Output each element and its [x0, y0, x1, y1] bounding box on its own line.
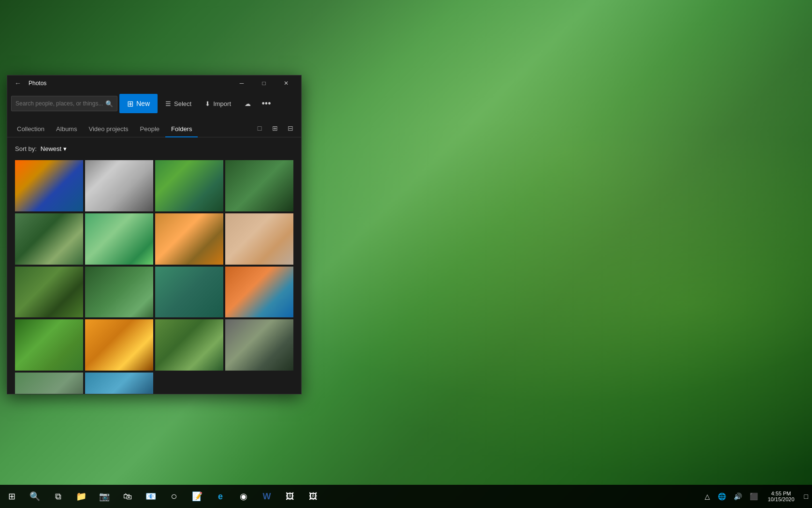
photo-item[interactable]: [15, 267, 83, 318]
tab-video-projects[interactable]: Video projects: [83, 121, 134, 137]
photos-taskbar-icon: 🖼: [286, 492, 294, 502]
view-single-icon: □: [258, 124, 261, 132]
photos-taskbar-button[interactable]: 🖼: [278, 485, 302, 508]
onedrive-button[interactable]: ☁: [239, 95, 257, 112]
action-center-icon[interactable]: □: [800, 485, 812, 508]
view-grid-button[interactable]: ⊞: [268, 121, 282, 135]
minimize-button[interactable]: ─: [231, 75, 253, 91]
view-options: □ ⊞ ⊟: [253, 121, 297, 137]
task-view-button[interactable]: ⧉: [46, 485, 70, 508]
sort-dropdown[interactable]: Newest ▾: [41, 145, 67, 152]
task-view-icon: ⧉: [55, 492, 61, 502]
tab-albums-label: Albums: [56, 125, 77, 133]
nav-tabs: Collection Albums Video projects People …: [7, 116, 301, 137]
word-button[interactable]: W: [255, 485, 278, 508]
photo-item[interactable]: [85, 373, 153, 394]
view-single-button[interactable]: □: [253, 121, 266, 135]
view-compact-icon: ⊟: [288, 124, 293, 132]
chevron-down-icon: ▾: [63, 145, 67, 152]
photo-item[interactable]: [155, 319, 223, 371]
tab-people[interactable]: People: [134, 121, 165, 137]
start-icon: ⊞: [8, 491, 15, 502]
view-grid-icon: ⊞: [272, 124, 278, 132]
photo-item[interactable]: [225, 267, 293, 318]
edge-button[interactable]: e: [209, 485, 232, 508]
photo-item[interactable]: [15, 373, 83, 394]
photo-grid: [15, 160, 293, 394]
content-area[interactable]: Sort by: Newest ▾: [7, 137, 301, 394]
photo-item[interactable]: [225, 319, 293, 371]
date-display: 10/15/2020: [768, 496, 794, 502]
chrome-button[interactable]: ◉: [232, 485, 255, 508]
word-icon: W: [263, 492, 271, 502]
taskbar-right: △ 🌐 🔊 ⬛ 4:55 PM 10/15/2020 □: [701, 485, 812, 508]
select-label: Select: [174, 100, 191, 107]
onedrive-icon: ☁: [245, 100, 251, 107]
file-explorer-button[interactable]: 📁: [70, 485, 93, 508]
tab-collection[interactable]: Collection: [11, 121, 50, 137]
camera-icon: 📷: [99, 491, 110, 502]
photo-item[interactable]: [85, 160, 153, 211]
toolbar: 🔍 ⊞ New ☰ Select ⬇ Import ☁ •••: [7, 91, 301, 116]
notification-icon[interactable]: △: [701, 485, 714, 508]
search-button[interactable]: 🔍: [23, 485, 46, 508]
tab-folders-label: Folders: [171, 125, 192, 133]
new-button[interactable]: ⊞ New: [119, 94, 158, 113]
notepad-icon: 📝: [192, 491, 203, 502]
select-icon: ☰: [165, 100, 171, 107]
select-button[interactable]: ☰ Select: [160, 95, 197, 112]
title-bar-left: ← Photos: [11, 76, 46, 90]
photo-item[interactable]: [155, 213, 223, 265]
photo-item[interactable]: [155, 160, 223, 211]
mail-icon: 📧: [145, 491, 156, 502]
sort-value: Newest: [41, 145, 61, 152]
taskbar: ⊞ 🔍 ⧉ 📁 📷 🛍 📧 ○ 📝 e ◉ W 🖼 🖼 △ 🌐 🔊 ⬛: [0, 485, 812, 508]
photo-item[interactable]: [15, 319, 83, 371]
maximize-button[interactable]: □: [253, 75, 275, 91]
new-icon: ⊞: [127, 99, 133, 108]
title-bar-controls: ─ □ ✕: [231, 75, 297, 91]
photo-item[interactable]: [225, 160, 293, 211]
store-button[interactable]: 🛍: [116, 485, 139, 508]
view-compact-button[interactable]: ⊟: [284, 121, 297, 135]
tab-albums[interactable]: Albums: [50, 121, 83, 137]
more-button[interactable]: •••: [259, 96, 274, 111]
tab-collection-label: Collection: [17, 125, 44, 133]
import-icon: ⬇: [205, 100, 210, 107]
notepad-button[interactable]: 📝: [186, 485, 209, 508]
photo-item[interactable]: [85, 267, 153, 318]
tab-video-projects-label: Video projects: [88, 125, 128, 133]
tab-people-label: People: [140, 125, 160, 133]
photo-item[interactable]: [85, 319, 153, 371]
close-icon: ✕: [284, 80, 289, 87]
start-button[interactable]: ⊞: [0, 485, 23, 508]
import-button[interactable]: ⬇ Import: [199, 95, 237, 112]
back-button[interactable]: ←: [11, 76, 25, 90]
new-label: New: [136, 100, 150, 107]
photo-item[interactable]: [155, 267, 223, 318]
photos-app-window: ← Photos ─ □ ✕ 🔍 ⊞ New ☰ Select: [7, 75, 302, 394]
title-bar: ← Photos ─ □ ✕: [7, 75, 301, 91]
search-icon: 🔍: [105, 100, 113, 107]
network-icon[interactable]: 🌐: [714, 485, 730, 508]
gallery-button[interactable]: 🖼: [302, 485, 325, 508]
time-display: 4:55 PM: [771, 491, 791, 496]
photo-item[interactable]: [15, 213, 83, 265]
store-icon: 🛍: [123, 492, 132, 502]
search-box[interactable]: 🔍: [11, 96, 117, 111]
battery-icon[interactable]: ⬛: [746, 485, 762, 508]
photo-item[interactable]: [225, 213, 293, 265]
mail-button[interactable]: 📧: [139, 485, 162, 508]
clock[interactable]: 4:55 PM 10/15/2020: [762, 485, 800, 508]
camera-button[interactable]: 📷: [93, 485, 116, 508]
photo-item[interactable]: [85, 213, 153, 265]
volume-icon[interactable]: 🔊: [730, 485, 746, 508]
tab-folders[interactable]: Folders: [165, 121, 198, 137]
cortana-button[interactable]: ○: [162, 485, 186, 508]
close-button[interactable]: ✕: [275, 75, 297, 91]
file-explorer-icon: 📁: [76, 491, 87, 502]
taskbar-search-icon: 🔍: [29, 491, 40, 502]
gallery-icon: 🖼: [309, 492, 318, 502]
search-input[interactable]: [15, 100, 105, 107]
photo-item[interactable]: [15, 160, 83, 211]
